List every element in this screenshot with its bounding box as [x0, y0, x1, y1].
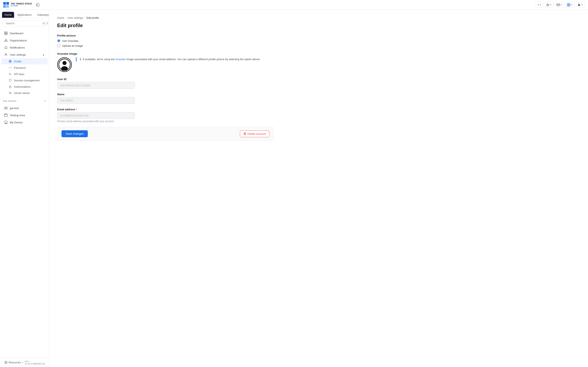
tab-home[interactable]: Home	[2, 12, 14, 18]
sidebar-item-profile[interactable]: Profile	[1, 58, 48, 64]
svg-point-43	[6, 123, 6, 124]
dots-icon	[9, 66, 12, 69]
sidebar-item-label: Organizations	[10, 39, 27, 42]
gravatar-label: Gravatar image	[57, 52, 580, 55]
chevron-up-icon: ▲	[43, 53, 45, 56]
gravatar-info: ℹ If available, we're using the Gravatar…	[76, 57, 260, 61]
app-body: Home Applications Gateways ⌘ K	[0, 10, 588, 367]
svg-point-17	[7, 41, 7, 42]
resources-button[interactable]: Resources ▾	[3, 360, 25, 365]
svg-point-26	[10, 67, 11, 68]
page-title: Edit profile	[57, 23, 580, 28]
top-nav-right: + ▾ ▾ ▾ ▾	[535, 2, 585, 8]
radio-upload-image[interactable]: Upload an image	[57, 44, 580, 47]
svg-line-33	[10, 93, 11, 93]
bell-icon	[4, 46, 8, 49]
breadcrumb: Home › User settings › Edit profile	[57, 16, 580, 23]
tab-gateways[interactable]: Gateways	[35, 12, 49, 18]
radio-upload-input[interactable]	[57, 44, 61, 47]
bookmarks-button[interactable]: ▾	[544, 2, 553, 8]
sidebar-sub-label: Password	[14, 66, 26, 69]
name-field: Name	[57, 93, 580, 104]
lock-icon	[9, 85, 12, 88]
sidebar-item-api-keys[interactable]: API keys	[1, 71, 48, 77]
app-icon	[4, 113, 8, 117]
svg-point-25	[9, 67, 9, 68]
svg-rect-50	[244, 133, 246, 135]
breadcrumb-home[interactable]: Home	[57, 16, 64, 19]
svg-rect-30	[9, 86, 11, 88]
user-id-field: User ID	[57, 78, 580, 89]
sidebar-item-dashboard[interactable]: Dashboard	[1, 30, 48, 37]
info-icon: ℹ	[80, 58, 81, 61]
sidebar-item-label: Notifications	[10, 46, 25, 49]
search-input[interactable]	[6, 22, 40, 25]
sidebar-item-session-management[interactable]: Session management	[1, 77, 48, 83]
sidebar-item-user-settings[interactable]: User settings ▲	[1, 51, 48, 58]
svg-line-20	[6, 41, 7, 41]
sidebar-sub-label: OAuth clients	[14, 92, 30, 95]
email-input[interactable]	[57, 112, 135, 119]
sidebar-item-oauth-clients[interactable]: OAuth clients	[1, 90, 48, 96]
svg-rect-6	[567, 5, 568, 6]
person-link-icon	[9, 91, 12, 95]
delete-account-button[interactable]: Delete account	[240, 131, 269, 137]
gravatar-section: Gravatar image ℹ If available, we're usi…	[57, 52, 580, 72]
svg-point-40	[5, 114, 5, 114]
tab-applications[interactable]: Applications	[15, 12, 34, 18]
save-changes-button[interactable]: Save changes	[61, 130, 88, 137]
svg-point-46	[6, 362, 6, 362]
user-menu-button[interactable]: ▾	[575, 2, 585, 8]
email-field: Email address * Primary email address as…	[57, 108, 580, 123]
avatar	[57, 57, 72, 72]
console-button[interactable]: ▾	[565, 2, 574, 8]
sidebar-bottom: Resources ▾ eu1 • v3.32.0.b96e907c31	[0, 358, 49, 367]
top-entities-list: gw-test Testing Area	[0, 104, 49, 127]
search-box[interactable]: ⌘ K	[2, 20, 47, 26]
sidebar-sub-label: Profile	[14, 60, 21, 63]
sidebar-item-testing-area[interactable]: Testing Area	[1, 112, 48, 119]
add-entity-button[interactable]: +	[44, 99, 46, 103]
sidebar-item-label: My Device	[10, 121, 23, 124]
top-entities-header: Top entities +	[0, 97, 49, 104]
svg-point-27	[11, 67, 12, 68]
top-nav-left: THE THINGS STACK CLOUD	[3, 2, 40, 8]
email-label: Email address *	[57, 108, 580, 111]
gravatar-display: ℹ If available, we're using the Gravatar…	[57, 57, 580, 72]
sidebar-item-password[interactable]: Password	[1, 65, 48, 71]
sidebar-item-my-device[interactable]: My Device	[1, 119, 48, 126]
main-content: Home › User settings › Edit profile Edit…	[49, 10, 588, 367]
gravatar-link[interactable]: Gravatar	[115, 58, 126, 61]
user-id-input[interactable]	[57, 82, 135, 89]
svg-point-32	[11, 93, 11, 94]
svg-point-15	[6, 39, 6, 40]
svg-marker-2	[546, 4, 549, 6]
profile-picture-label: Profile picture	[57, 34, 580, 37]
svg-rect-4	[567, 3, 568, 5]
radio-gravatar-input[interactable]	[57, 39, 61, 42]
sidebar-item-label: Testing Area	[10, 114, 25, 117]
radio-use-gravatar[interactable]: Use Gravatar	[57, 39, 580, 42]
sidebar-sub-label: Session management	[14, 79, 40, 82]
svg-rect-11	[4, 32, 6, 33]
sidebar-item-notifications[interactable]: Notifications	[1, 44, 48, 51]
svg-rect-7	[569, 5, 570, 6]
svg-point-22	[5, 53, 7, 55]
name-label: Name	[57, 93, 580, 96]
sidebar-item-organizations[interactable]: Organizations	[1, 37, 48, 44]
sidebar-toggle-button[interactable]	[35, 2, 40, 7]
name-input[interactable]	[57, 97, 135, 104]
email-hint: Primary email address associated with yo…	[57, 120, 580, 123]
inbox-button[interactable]: ▾	[554, 2, 564, 8]
sidebar-item-label: User settings	[10, 53, 26, 56]
sidebar-item-gw-test[interactable]: gw-test	[1, 105, 48, 111]
gateway-icon	[4, 106, 8, 110]
logo-icon	[3, 2, 9, 8]
sidebar-item-label: gw-test	[10, 107, 19, 110]
grid-icon	[4, 31, 8, 35]
add-button[interactable]: + ▾	[535, 2, 543, 8]
svg-point-48	[62, 61, 67, 65]
sidebar-item-authorizations[interactable]: Authorizations	[1, 83, 48, 90]
main-nav: Dashboard Organizations	[0, 29, 49, 97]
breadcrumb-user-settings[interactable]: User settings	[68, 16, 83, 19]
